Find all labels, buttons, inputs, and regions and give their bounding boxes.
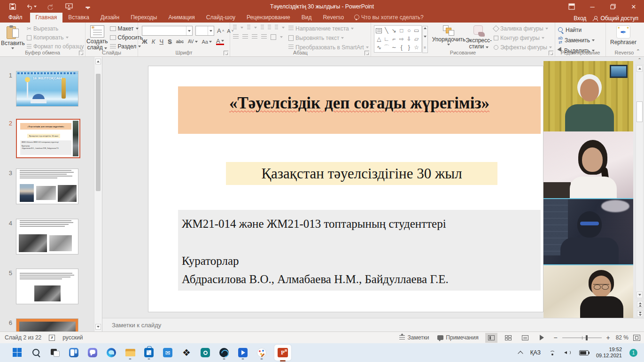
tab-file[interactable]: Файл (1, 13, 30, 23)
italic-button[interactable]: К (152, 38, 155, 45)
customize-qat-button[interactable]: ▬ (83, 2, 93, 11)
font-color-button[interactable]: А (216, 39, 224, 45)
start-button[interactable] (11, 346, 23, 360)
font-name-combobox[interactable] (142, 26, 193, 36)
video-feed-participant-4[interactable] (543, 265, 633, 318)
movies-tv-button[interactable] (237, 346, 249, 360)
rephraser-button[interactable]: ✒ Rephraser (607, 24, 640, 46)
battery-icon[interactable] (579, 350, 589, 355)
powerpoint-button[interactable]: P (274, 345, 291, 361)
task-view-button[interactable] (49, 346, 61, 360)
widgets-button[interactable] (68, 346, 80, 360)
scrollbar-thumb[interactable] (636, 101, 643, 122)
restore-button[interactable] (603, 0, 623, 13)
thumbnail-scroll-down-button[interactable] (95, 324, 101, 330)
bold-button[interactable]: Ж (142, 38, 147, 45)
scroll-up-button[interactable] (636, 65, 643, 72)
shapes-gallery[interactable]: ╲ ↘ □ ○ ▭ △ ∟ ⌐ ⇨ ⇩ ▱ ∿ ⌒ ∼ { } ☆ ≡ (374, 25, 422, 53)
clock[interactable]: 19:52 09.12.2021 (596, 347, 622, 359)
notes-pane[interactable]: Заметки к слайду (102, 318, 644, 331)
language-indicator[interactable]: русский (62, 334, 83, 341)
dropbox-button[interactable]: ❖ (180, 346, 193, 360)
font-size-combobox[interactable] (195, 26, 214, 36)
file-explorer-button[interactable] (124, 346, 136, 360)
tab-home[interactable]: Главная (30, 13, 63, 23)
video-call-panel[interactable] (543, 61, 633, 318)
video-feed-participant-1[interactable] (543, 61, 633, 131)
slide-body-textbox[interactable]: ЖМ21-014 және ЖМ21-013 топтарының студен… (178, 210, 541, 291)
thumbnail-scroll-up-button[interactable] (95, 59, 101, 64)
grow-font-button[interactable]: A˄ (217, 27, 224, 34)
paragraph-dialog-launcher[interactable] (365, 51, 369, 55)
fit-slide-to-window-button[interactable] (633, 335, 640, 341)
zoom-percentage[interactable]: 82 % (616, 334, 628, 341)
save-button[interactable] (8, 2, 18, 11)
new-slide-button[interactable]: Создатьслайд (86, 24, 108, 51)
tab-design[interactable]: Дизайн (95, 13, 125, 23)
zoom-in-button[interactable]: + (605, 334, 611, 341)
change-case-button[interactable]: Aa (202, 39, 212, 45)
video-feed-participant-2[interactable] (543, 131, 633, 199)
paint-3d-button[interactable] (256, 346, 268, 360)
clipboard-dialog-launcher[interactable] (79, 51, 84, 55)
notification-badge[interactable]: 1 (629, 349, 637, 357)
tell-me-box[interactable]: Что вы хотите сделать? (349, 13, 428, 23)
character-spacing-button[interactable]: AV (188, 39, 198, 44)
slide-thumbnail-6[interactable] (16, 318, 78, 331)
minimize-button[interactable]: ─ (582, 0, 603, 13)
replace-button[interactable]: ab⇄ Заменить (558, 37, 595, 44)
tab-reverso[interactable]: Reverso (317, 13, 349, 23)
underline-button[interactable]: Ч (159, 38, 163, 45)
video-feed-participant-3[interactable] (543, 199, 633, 265)
notes-toggle-button[interactable]: Заметки (397, 333, 431, 342)
collapse-chevron[interactable]: ⌃ (636, 57, 644, 64)
collapse-ribbon-button[interactable]: ⌃ (636, 48, 640, 54)
meeting-app-button[interactable] (199, 346, 211, 360)
shapes-gallery-scrollbar[interactable]: ≡ (422, 26, 428, 53)
slide-thumbnail-4[interactable] (16, 219, 78, 254)
undo-button[interactable] (26, 2, 37, 11)
tab-review[interactable]: Рецензирование (241, 13, 296, 23)
normal-view-button[interactable] (485, 333, 497, 343)
tab-view[interactable]: Вид (296, 13, 318, 23)
tray-overflow-chevron-icon[interactable] (518, 350, 523, 355)
edge-button[interactable] (105, 346, 117, 360)
slide-canvas[interactable]: «Тәуелсіздік деп соғады жүрегіміз» Қазақ… (148, 66, 543, 312)
thumbnail-scrollbar[interactable] (94, 57, 102, 331)
zoom-slider-thumb[interactable] (586, 335, 588, 340)
webex-button[interactable] (218, 346, 230, 360)
search-button[interactable] (30, 346, 42, 360)
find-button[interactable]: Найти (558, 26, 595, 34)
drawing-dialog-launcher[interactable] (549, 51, 553, 55)
close-button[interactable]: ✕ (623, 0, 644, 13)
slide-counter[interactable]: Слайд 2 из 22 (5, 334, 41, 341)
tab-animations[interactable]: Анимация (163, 13, 200, 23)
spell-check-icon[interactable]: ✗ (49, 335, 55, 341)
chat-button[interactable] (86, 346, 99, 360)
strikethrough-button[interactable]: abc (176, 39, 184, 44)
share-button[interactable]: Общий доступ (593, 15, 638, 23)
slideshow-view-button[interactable] (536, 333, 548, 343)
text-shadow-button[interactable]: S (168, 38, 172, 45)
zoom-slider[interactable] (562, 338, 602, 338)
slide-thumbnail-2-selected[interactable]: «Тәуелсіздік деп соғады жүрегіміз» Қазақ… (16, 119, 80, 158)
tab-slideshow[interactable]: Слайд-шоу (201, 13, 241, 23)
arrange-button[interactable]: Упорядочить (432, 24, 466, 46)
ribbon-display-options-button[interactable] (561, 0, 582, 13)
wifi-icon[interactable] (548, 349, 557, 356)
quick-styles-button[interactable]: Экспресс-стили (466, 24, 492, 50)
slide-thumbnail-1[interactable]: 16 ЖЕЛТОҚСАН (16, 71, 78, 107)
slide-thumbnail-5[interactable] (16, 269, 78, 304)
zoom-out-button[interactable]: − (553, 334, 559, 341)
keyboard-language[interactable]: ҚАЗ (530, 349, 541, 356)
microsoft-store-button[interactable] (143, 346, 155, 360)
next-slide-button[interactable] (637, 310, 643, 317)
previous-slide-button[interactable] (637, 301, 643, 308)
paste-button[interactable]: Вставить (1, 24, 25, 49)
tab-insert[interactable]: Вставка (62, 13, 95, 23)
editor-scrollbar[interactable]: ⌃ (636, 57, 644, 318)
slide-thumbnail-panel[interactable]: 1 16 ЖЕЛТОҚСАН 2 «Тәуелсіздік деп соғады… (0, 57, 102, 331)
scrollbar-track[interactable] (636, 64, 644, 299)
slide-thumbnail-3[interactable] (16, 169, 78, 204)
sign-in-button[interactable]: Вход (574, 15, 586, 23)
